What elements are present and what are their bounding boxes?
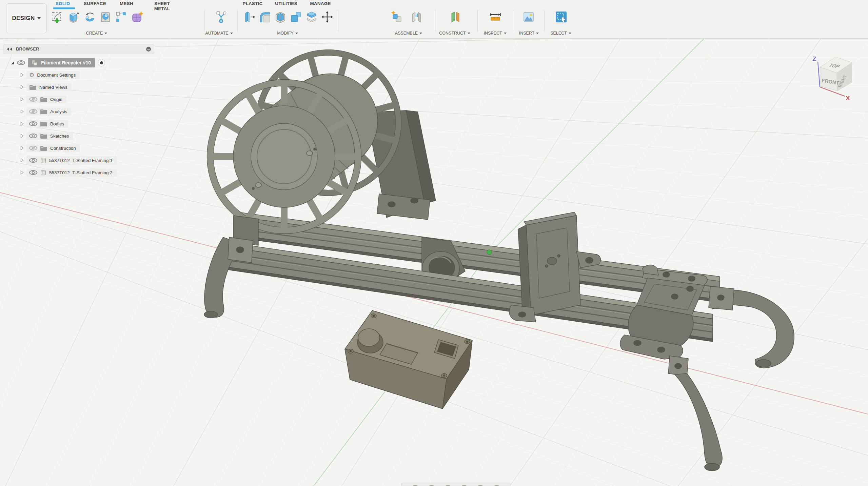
tab-sheet-metal[interactable]: SHEET METAL xyxy=(146,1,178,8)
insert-button[interactable] xyxy=(521,10,536,28)
origin-point[interactable] xyxy=(487,250,492,255)
construct-plane-button[interactable] xyxy=(448,10,463,28)
extrude-button[interactable] xyxy=(66,10,81,28)
chevron-down-icon xyxy=(230,33,233,34)
visibility-eye-icon[interactable] xyxy=(29,134,37,138)
group-assemble[interactable]: ASSEMBLE xyxy=(385,30,432,36)
viewport-3d[interactable]: TOP FRONT RIGHT Z X xyxy=(0,0,868,486)
joint-button[interactable] xyxy=(409,10,425,28)
active-component-radio[interactable] xyxy=(98,59,105,66)
x-axis-label: X xyxy=(846,95,850,102)
browser-row[interactable]: ⚙ Document Settings xyxy=(20,70,80,80)
press-pull-icon xyxy=(242,10,256,24)
visibility-eye-icon[interactable] xyxy=(29,158,37,163)
group-select[interactable]: SELECT xyxy=(542,30,579,36)
browser-row[interactable]: 5537T012_T-Slotted Framing:1 xyxy=(20,155,117,165)
root-component-label: Filament Recycler v10 xyxy=(41,60,91,65)
view-cube[interactable]: TOP FRONT RIGHT Z X xyxy=(812,55,852,102)
group-automate[interactable]: AUTOMATE xyxy=(197,30,241,36)
browser-title: BROWSER xyxy=(16,47,146,52)
toolbar-separator xyxy=(544,10,545,32)
fillet-button[interactable] xyxy=(257,10,273,28)
select-button[interactable] xyxy=(553,10,569,28)
group-modify[interactable]: MODIFY xyxy=(264,30,311,36)
component-icon xyxy=(40,169,46,176)
group-construct-label: CONSTRUCT xyxy=(439,31,466,36)
expand-arrow-icon[interactable] xyxy=(20,134,24,138)
tab-surface[interactable]: SURFACE xyxy=(83,1,107,8)
expand-arrow-icon[interactable] xyxy=(20,85,24,89)
root-component-row[interactable]: Filament Recycler v10 xyxy=(28,58,95,67)
knob xyxy=(358,329,380,346)
browser-row[interactable]: 5537T012_T-Slotted Framing:2 xyxy=(20,167,117,178)
shell-button[interactable] xyxy=(273,10,288,28)
toolbar-separator xyxy=(477,10,478,32)
joint-icon xyxy=(410,10,423,24)
navigation-bar[interactable] xyxy=(401,483,511,486)
expand-arrow-icon[interactable] xyxy=(20,146,24,150)
hole-button[interactable] xyxy=(98,10,113,28)
new-component-icon xyxy=(390,10,404,24)
tab-plastic[interactable]: PLASTIC xyxy=(241,1,264,8)
expand-arrow-icon[interactable] xyxy=(20,122,24,126)
rear-hook-leg[interactable] xyxy=(709,286,794,368)
form-button[interactable] xyxy=(130,10,145,28)
group-construct[interactable]: CONSTRUCT xyxy=(433,30,477,36)
component-icon xyxy=(31,59,38,66)
revolve-button[interactable] xyxy=(82,10,98,28)
folder-icon xyxy=(40,109,47,115)
extrude-icon xyxy=(67,10,80,24)
visibility-eye-icon[interactable] xyxy=(29,121,37,126)
measure-icon xyxy=(489,10,502,24)
group-assemble-label: ASSEMBLE xyxy=(395,31,418,36)
chevron-down-icon xyxy=(419,33,422,34)
browser-row[interactable]: Construction xyxy=(20,143,80,153)
browser-row[interactable]: Bodies xyxy=(20,119,68,129)
group-automate-label: AUTOMATE xyxy=(205,31,228,36)
control-box[interactable] xyxy=(345,310,472,409)
new-component-button[interactable] xyxy=(389,10,405,28)
collapse-panel-icon[interactable] xyxy=(6,47,13,51)
expanded-arrow-icon[interactable] xyxy=(10,61,15,65)
browser-row[interactable]: Named Views xyxy=(20,82,72,92)
visibility-hidden-icon[interactable] xyxy=(29,146,37,150)
measure-button[interactable] xyxy=(488,10,503,28)
split-body-button[interactable] xyxy=(304,10,319,28)
create-sketch-button[interactable] xyxy=(50,10,65,28)
expand-arrow-icon[interactable] xyxy=(20,170,24,175)
spool-front-flange[interactable] xyxy=(207,80,361,234)
expand-arrow-icon[interactable] xyxy=(20,73,24,77)
pattern-button[interactable] xyxy=(113,10,129,28)
browser-row[interactable]: Origin xyxy=(20,94,66,104)
automate-icon xyxy=(215,10,228,24)
press-pull-button[interactable] xyxy=(241,10,257,28)
visibility-hidden-icon[interactable] xyxy=(29,109,37,114)
tab-mesh[interactable]: MESH xyxy=(117,1,136,8)
group-create[interactable]: CREATE xyxy=(71,30,122,36)
display-settings-icon[interactable] xyxy=(146,46,151,52)
group-insert-label: INSERT xyxy=(519,31,535,36)
visibility-eye-icon[interactable] xyxy=(29,170,37,175)
move-copy-button[interactable] xyxy=(319,10,335,28)
workspace-selector[interactable]: DESIGN xyxy=(6,3,47,33)
tab-utilities[interactable]: UTILITIES xyxy=(273,1,299,8)
component-icon xyxy=(40,157,46,164)
tab-manage[interactable]: MANAGE xyxy=(308,1,333,8)
chevron-down-icon xyxy=(468,33,470,34)
toolbar-separator xyxy=(338,10,338,32)
browser-row-root[interactable]: Filament Recycler v10 xyxy=(10,58,105,68)
browser-row[interactable]: Analysis xyxy=(20,106,71,117)
automate-button[interactable] xyxy=(214,10,229,28)
visibility-hidden-icon[interactable] xyxy=(29,97,37,102)
expand-arrow-icon[interactable] xyxy=(20,97,24,101)
expand-arrow-icon[interactable] xyxy=(20,158,24,162)
visibility-eye-icon[interactable] xyxy=(17,60,25,65)
browser-header[interactable]: BROWSER xyxy=(3,44,154,54)
filament-recycler-model[interactable] xyxy=(204,50,794,471)
right-front-leg[interactable] xyxy=(668,356,722,471)
browser-row[interactable]: Sketches xyxy=(20,131,73,141)
toolbar-separator xyxy=(435,10,435,32)
expand-arrow-icon[interactable] xyxy=(20,109,24,114)
combine-button[interactable] xyxy=(288,10,304,28)
fusion360-window: { "header": { "workspace": "DESIGN", "ta… xyxy=(0,0,868,486)
